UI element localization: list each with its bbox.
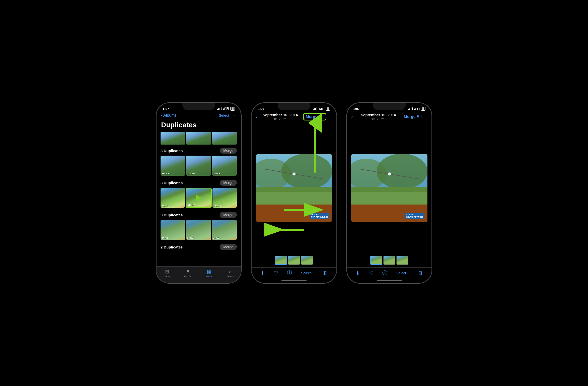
skyline-badge-2: SKYLINEROW ADVENTURES — [310, 213, 329, 219]
dup-photo-2-3[interactable]: 444 KB — [212, 188, 237, 208]
nav-time-3: 8:17 PM — [361, 117, 396, 121]
dup-header-4: 2 Duplicates Merge — [161, 244, 237, 250]
nav-date-3: September 10, 2014 — [361, 113, 396, 117]
nav-center-3: September 10, 2014 8:17 PM — [361, 113, 396, 121]
dup-count-4: 2 Duplicates — [161, 245, 183, 249]
share-button-3[interactable]: ⬆ — [356, 270, 360, 276]
top-strip-1 — [157, 132, 241, 145]
scroll-area-1: 3 Duplicates Merge 230 KB 230 KB 230 KB — [157, 148, 241, 254]
detail-screen-2: 1:07 WiFi ▓ ‹ — [252, 103, 336, 283]
dup-photo-3-2[interactable]: 34 KB — [186, 220, 211, 240]
dup-photo-2-2[interactable]: 444 KB — [186, 188, 211, 208]
status-time-1: 1:07 — [163, 107, 169, 111]
share-button-2[interactable]: ⬆ — [260, 270, 265, 276]
dup-header-1: 3 Duplicates Merge — [161, 148, 237, 154]
tab-search-label: Search — [227, 275, 234, 278]
nav-bar-1: ‹ Albums Select ··· — [157, 112, 241, 120]
albums-icon: ▦ — [207, 269, 212, 275]
select-button-3[interactable]: Select... — [396, 271, 409, 275]
wifi-icon-3: WiFi — [414, 107, 420, 110]
screen-2: 1:07 WiFi ▓ ‹ — [252, 103, 336, 283]
merge-button-1[interactable]: Merge — [220, 148, 237, 154]
select-button-1[interactable]: Select — [219, 113, 229, 117]
tab-search[interactable]: ⌕ Search — [220, 269, 241, 278]
more-button-1[interactable]: ··· — [233, 113, 236, 117]
photo-size-3-1: 34 KB — [162, 237, 168, 239]
merge-button-4[interactable]: Merge — [220, 244, 237, 250]
info-button-2[interactable]: ⓘ — [287, 270, 292, 276]
status-icons-1: WiFi ▓ — [217, 107, 235, 111]
thumbnail-strip-2 — [252, 253, 336, 267]
more-button-2[interactable]: ··· — [328, 114, 332, 119]
thumb-3-1[interactable] — [370, 256, 382, 265]
dup-group-1: 3 Duplicates Merge 230 KB 230 KB 230 KB — [161, 148, 237, 176]
nav-actions-1: Select ··· — [219, 113, 236, 117]
thumb-3-3[interactable] — [396, 256, 408, 265]
more-button-3[interactable]: ··· — [424, 114, 427, 119]
dup-count-2: 3 Duplicates — [161, 181, 183, 185]
back-label-1: Albums — [163, 113, 177, 118]
merge-button-3[interactable]: Merge — [220, 212, 237, 218]
tab-library[interactable]: ⊞ Library — [157, 269, 178, 278]
heart-button-3[interactable]: ♡ — [369, 270, 374, 276]
tab-albums[interactable]: ▦ Albums — [199, 269, 220, 278]
dup-count-1: 3 Duplicates — [161, 149, 183, 153]
screen-1: 1:07 WiFi ▓ ‹ Albums — [157, 103, 241, 283]
thumb-2-1[interactable] — [275, 256, 287, 265]
nav-time-2: 8:17 PM — [263, 117, 298, 121]
thumb-3-2[interactable] — [383, 256, 395, 265]
back-button-3[interactable]: ‹ — [351, 114, 353, 120]
notch-1 — [182, 103, 215, 110]
back-button-1[interactable]: ‹ Albums — [161, 113, 177, 118]
dup-header-3: 3 Duplicates Merge — [161, 212, 237, 218]
photo-size-3-2: 34 KB — [187, 237, 194, 239]
dup-photo-1-1[interactable]: 230 KB — [161, 156, 185, 176]
main-photo-2[interactable]: SKYLINEROW ADVENTURES — [256, 154, 332, 222]
photo-size-1-3: 230 KB — [213, 172, 221, 175]
merge-button-2[interactable]: Merge — [220, 180, 237, 186]
home-bar-2 — [281, 280, 307, 281]
dup-group-2: 3 Duplicates Merge 444 KB 444 KB 444 KB — [161, 180, 237, 208]
merge-all-button-3[interactable]: Merge All — [404, 114, 422, 119]
nav-date-2: September 10, 2014 — [263, 113, 298, 117]
dup-photo-1-3[interactable]: 230 KB — [212, 156, 237, 176]
screen-3: 1:07 WiFi ▓ ‹ — [347, 103, 431, 283]
dup-photo-3-1[interactable]: 34 KB — [161, 220, 185, 240]
top-strip-photo-1 — [161, 132, 185, 145]
delete-button-2[interactable]: 🗑 — [323, 270, 328, 276]
main-photo-3[interactable]: SKYLINEROW ADVENTURES — [351, 154, 427, 222]
photo-size-2-3: 444 KB — [213, 205, 221, 207]
home-bar-3 — [377, 280, 402, 281]
dup-count-3: 3 Duplicates — [161, 213, 183, 217]
foryou-icon: ♥ — [187, 269, 190, 274]
phone-2: 1:07 WiFi ▓ ‹ — [251, 103, 337, 283]
svg-point-16 — [377, 154, 427, 189]
dup-photo-1-2[interactable]: 230 KB — [186, 156, 211, 176]
phone-3: 1:07 WiFi ▓ ‹ — [347, 103, 432, 283]
thumb-2-3[interactable] — [301, 256, 313, 265]
status-icons-2: WiFi ▓ — [313, 107, 330, 111]
photo-size-1-2: 230 KB — [187, 172, 195, 175]
home-indicator-3 — [347, 278, 431, 283]
signal-icon-2 — [313, 107, 317, 110]
detail-nav-2: ‹ September 10, 2014 8:17 PM Merge All ·… — [252, 112, 336, 123]
info-button-3[interactable]: ⓘ — [382, 270, 387, 276]
select-button-2[interactable]: Select... — [301, 271, 314, 275]
toolbar-2: ⬆ ♡ ⓘ Select... 🗑 — [252, 267, 336, 278]
thumb-2-2[interactable] — [288, 256, 300, 265]
wifi-icon-2: WiFi — [319, 107, 324, 110]
dup-header-2: 3 Duplicates Merge — [161, 180, 237, 186]
dup-photos-3: 34 KB 34 KB 34 KB — [161, 220, 237, 240]
photo-size-2-2: 444 KB — [187, 204, 195, 206]
dup-photo-3-3[interactable]: 34 KB — [212, 220, 237, 240]
signal-icon-3 — [408, 107, 413, 110]
status-time-3: 1:07 — [353, 107, 360, 111]
tab-bar-1: ⊞ Library ♥ For You ▦ Albums ⌕ Search — [157, 266, 241, 283]
merge-all-button-2[interactable]: Merge All — [303, 113, 326, 120]
tab-foryou[interactable]: ♥ For You — [178, 269, 199, 278]
phone-1: 1:07 WiFi ▓ ‹ Albums — [156, 103, 241, 283]
delete-button-3[interactable]: 🗑 — [418, 270, 423, 276]
heart-button-2[interactable]: ♡ — [274, 270, 278, 276]
dup-photo-2-1[interactable]: 444 KB — [161, 188, 185, 208]
back-button-2[interactable]: ‹ — [256, 114, 258, 120]
